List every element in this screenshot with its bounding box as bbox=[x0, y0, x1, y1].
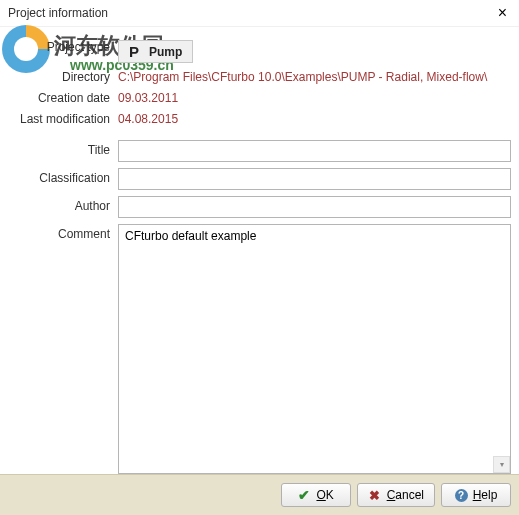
comment-textarea[interactable]: CFturbo default example bbox=[118, 224, 511, 474]
help-button[interactable]: ? Help bbox=[441, 483, 511, 507]
question-icon: ? bbox=[455, 489, 468, 502]
value-creation-date: 09.03.2011 bbox=[118, 88, 178, 105]
label-classification: Classification bbox=[8, 168, 118, 185]
cancel-label: ancel bbox=[395, 488, 424, 502]
value-directory: C:\Program Files\CFturbo 10.0\Examples\P… bbox=[118, 67, 487, 84]
title-input[interactable] bbox=[118, 140, 511, 162]
ok-button[interactable]: ✔ OK bbox=[281, 483, 351, 507]
check-icon: ✔ bbox=[297, 488, 311, 502]
label-last-modification: Last modification bbox=[8, 109, 118, 126]
label-directory: Directory bbox=[8, 67, 118, 84]
label-author: Author bbox=[8, 196, 118, 213]
project-type-code: P bbox=[129, 43, 139, 60]
value-project-type: P Pump bbox=[118, 37, 193, 63]
label-comment: Comment bbox=[8, 224, 118, 241]
author-input[interactable] bbox=[118, 196, 511, 218]
label-creation-date: Creation date bbox=[8, 88, 118, 105]
project-type-name: Pump bbox=[149, 45, 182, 59]
ok-label: K bbox=[326, 488, 334, 502]
label-project-type: Project type bbox=[8, 37, 118, 54]
scroll-down-icon[interactable]: ▾ bbox=[493, 456, 510, 473]
help-label: elp bbox=[481, 488, 497, 502]
value-last-modification: 04.08.2015 bbox=[118, 109, 178, 126]
x-icon: ✖ bbox=[368, 488, 382, 502]
cancel-button[interactable]: ✖ Cancel bbox=[357, 483, 435, 507]
classification-input[interactable] bbox=[118, 168, 511, 190]
button-bar: ✔ OK ✖ Cancel ? Help bbox=[0, 474, 519, 515]
label-title: Title bbox=[8, 140, 118, 157]
window-title: Project information bbox=[8, 6, 108, 20]
close-icon[interactable]: × bbox=[494, 4, 511, 22]
